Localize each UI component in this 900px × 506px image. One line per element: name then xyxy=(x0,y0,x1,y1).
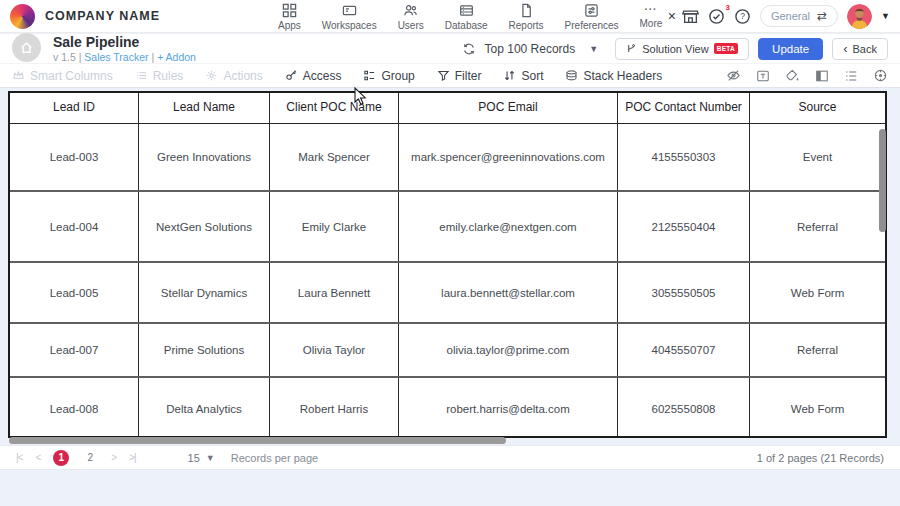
column-header[interactable]: Client POC Name xyxy=(270,93,399,123)
page-title: Sale Pipeline xyxy=(53,34,196,50)
records-per-page-select[interactable]: 15 ▼ xyxy=(188,452,215,464)
addon-link[interactable]: + Addon xyxy=(157,51,196,63)
column-header[interactable]: Lead ID xyxy=(10,93,139,123)
sort-button[interactable]: Sort xyxy=(503,69,543,83)
nav-label: Apps xyxy=(278,20,301,31)
records-per-page-label: Records per page xyxy=(231,452,318,464)
nav-database[interactable]: Database xyxy=(445,3,488,31)
column-header[interactable]: POC Contact Number xyxy=(618,93,750,123)
per-page-value: 15 xyxy=(188,452,200,464)
table-cell[interactable]: Stellar Dynamics xyxy=(139,263,270,322)
table-cell[interactable]: 4155550303 xyxy=(618,124,750,190)
rules-list-icon xyxy=(135,69,148,82)
access-button[interactable]: Access xyxy=(285,69,342,83)
group-button[interactable]: Group xyxy=(363,69,414,83)
table-cell[interactable]: Event xyxy=(750,124,885,190)
table-cell[interactable]: Robert Harris xyxy=(270,378,399,438)
next-page-icon[interactable]: > xyxy=(111,452,116,463)
table-cell[interactable]: NextGen Solutions xyxy=(139,192,270,261)
workspace-switcher[interactable]: General ⇄ xyxy=(760,5,838,27)
nav-label: Preferences xyxy=(565,20,619,31)
field-format-icon[interactable] xyxy=(756,69,770,83)
chevron-down-icon: ▼ xyxy=(589,44,598,54)
nav-users[interactable]: Users xyxy=(398,3,424,31)
table-cell[interactable]: Olivia Taylor xyxy=(270,324,399,376)
table-cell[interactable]: Green Innovations xyxy=(139,124,270,190)
table-cell[interactable]: Prime Solutions xyxy=(139,324,270,376)
nav-preferences[interactable]: Preferences xyxy=(565,3,619,31)
table-cell[interactable]: Lead-005 xyxy=(10,263,139,322)
help-icon[interactable]: ? xyxy=(734,8,751,25)
hide-fields-icon[interactable] xyxy=(726,68,741,83)
prev-page-icon[interactable]: < xyxy=(35,452,40,463)
table-row: Lead-008Delta AnalyticsRobert Harrisrobe… xyxy=(10,378,885,438)
table-cell[interactable]: laura.bennett@stellar.com xyxy=(399,263,618,322)
actions-gear-icon xyxy=(205,69,218,82)
profile-caret-icon[interactable]: ▼ xyxy=(881,11,890,21)
table-cell[interactable]: Web Form xyxy=(750,263,885,322)
last-page-icon[interactable]: >| xyxy=(129,452,135,463)
table-cell[interactable]: Laura Bennett xyxy=(270,263,399,322)
table-cell[interactable]: Referral xyxy=(750,324,885,376)
toolbar-right xyxy=(726,68,888,83)
table-cell[interactable]: Emily Clarke xyxy=(270,192,399,261)
stack-headers-button[interactable]: Stack Headers xyxy=(565,69,662,83)
table-cell[interactable]: Referral xyxy=(750,192,885,261)
filter-funnel-icon xyxy=(437,69,450,82)
nav-label: Workspaces xyxy=(322,20,377,31)
app-window: COMPANY NAME Apps Workspaces Users Datab… xyxy=(0,0,900,506)
database-icon xyxy=(459,3,474,18)
first-page-icon[interactable]: |< xyxy=(16,452,22,463)
table-cell[interactable]: Lead-007 xyxy=(10,324,139,376)
table-cell[interactable]: emily.clarke@nextgen.com xyxy=(399,192,618,261)
horizontal-scrollbar[interactable] xyxy=(9,437,506,444)
row-height-icon[interactable] xyxy=(844,69,858,83)
tasks-check-icon[interactable]: 3 xyxy=(708,8,725,25)
table-cell[interactable]: robert.harris@delta.com xyxy=(399,378,618,438)
view-settings-icon[interactable] xyxy=(873,68,888,83)
column-header[interactable]: Source xyxy=(750,93,885,123)
table-cell[interactable]: 4045550707 xyxy=(618,324,750,376)
solution-view-button[interactable]: Solution View BETA xyxy=(615,38,749,60)
vertical-scrollbar[interactable] xyxy=(879,129,886,232)
column-header[interactable]: Lead Name xyxy=(139,93,270,123)
column-header[interactable]: POC Email xyxy=(399,93,618,123)
crown-icon xyxy=(12,69,25,82)
close-icon[interactable]: × xyxy=(668,8,676,24)
nav-label: More xyxy=(640,18,663,29)
title-block: Sale Pipeline v 1.5 | Sales Tracker | + … xyxy=(53,34,196,62)
refresh-icon[interactable] xyxy=(462,42,476,56)
table-cell[interactable]: Mark Spencer xyxy=(270,124,399,190)
side-panel-icon[interactable] xyxy=(815,69,829,83)
table-cell[interactable]: Lead-003 xyxy=(10,124,139,190)
stack-headers-label: Stack Headers xyxy=(583,69,662,83)
nav-reports[interactable]: Reports xyxy=(509,3,544,31)
paint-bucket-icon[interactable] xyxy=(785,68,800,83)
page-button-1[interactable]: 1 xyxy=(53,450,69,466)
page-button-2[interactable]: 2 xyxy=(82,450,98,466)
table-cell[interactable]: olivia.taylor@prime.com xyxy=(399,324,618,376)
key-icon xyxy=(285,69,298,82)
nav-workspaces[interactable]: Workspaces xyxy=(322,3,377,31)
table-cell[interactable]: 6025550808 xyxy=(618,378,750,438)
nav-more[interactable]: ··· More xyxy=(640,3,663,29)
marketplace-icon[interactable] xyxy=(682,8,699,25)
back-button[interactable]: ‹ Back xyxy=(832,38,888,60)
table-cell[interactable]: Web Form xyxy=(750,378,885,438)
update-button[interactable]: Update xyxy=(758,38,823,60)
user-avatar[interactable] xyxy=(847,4,872,29)
table-cell[interactable]: 3055550505 xyxy=(618,263,750,322)
table-cell[interactable]: Lead-008 xyxy=(10,378,139,438)
apps-icon xyxy=(282,3,297,18)
table-cell[interactable]: 2125550404 xyxy=(618,192,750,261)
filter-button[interactable]: Filter xyxy=(437,69,482,83)
notification-count: 3 xyxy=(725,3,729,12)
table-cell[interactable]: Lead-004 xyxy=(10,192,139,261)
table-cell[interactable]: mark.spencer@greeninnovations.com xyxy=(399,124,618,190)
records-selector[interactable]: Top 100 Records ▼ xyxy=(485,42,599,56)
stack-home-badge[interactable] xyxy=(12,33,41,62)
sort-label: Sort xyxy=(521,69,543,83)
table-cell[interactable]: Delta Analytics xyxy=(139,378,270,438)
nav-apps[interactable]: Apps xyxy=(278,3,301,31)
sales-tracker-link[interactable]: Sales Tracker xyxy=(84,51,148,63)
